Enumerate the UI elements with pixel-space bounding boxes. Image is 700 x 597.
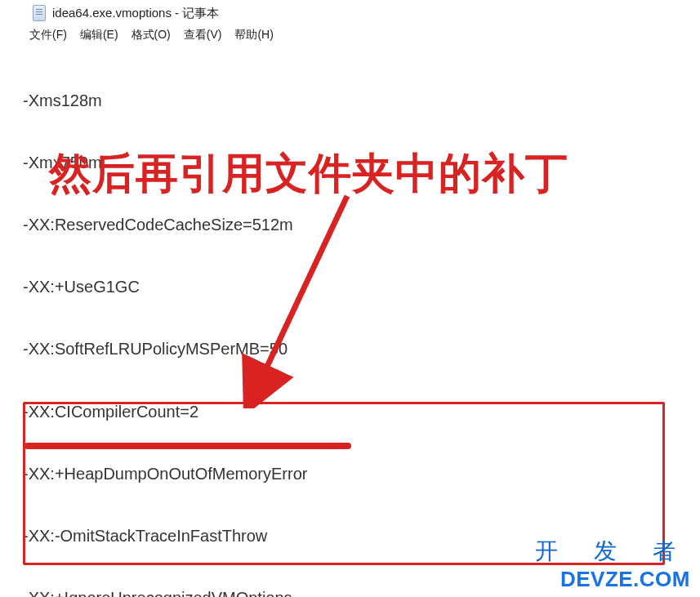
text-line: -XX:SoftRefLRUPolicyMSPerMB=50 [23, 339, 677, 359]
text-line: -XX:ReservedCodeCacheSize=512m [23, 215, 677, 235]
menu-file[interactable]: 文件(F) [25, 26, 72, 44]
highlight-underline [25, 443, 351, 449]
menu-view[interactable]: 查看(V) [179, 26, 227, 44]
text-line: -XX:+IgnoreUnrecognizedVMOptions [23, 588, 677, 597]
menu-bar: 文件(F) 编辑(E) 格式(O) 查看(V) 帮助(H) [0, 25, 700, 47]
text-editor-content[interactable]: -Xms128m -Xmx750m -XX:ReservedCodeCacheS… [0, 47, 700, 597]
document-icon [33, 5, 46, 21]
window-titlebar: idea64.exe.vmoptions - 记事本 [0, 0, 700, 25]
text-line: -Xmx750m [23, 153, 677, 173]
menu-edit[interactable]: 编辑(E) [75, 26, 123, 44]
window-title: idea64.exe.vmoptions - 记事本 [52, 6, 219, 21]
text-line: -XX:CICompilerCount=2 [23, 402, 677, 422]
text-line: -XX:+UseG1GC [23, 277, 677, 297]
menu-format[interactable]: 格式(O) [127, 26, 176, 44]
text-line: -XX:-OmitStackTraceInFastThrow [23, 526, 677, 546]
text-line: -Xms128m [23, 91, 677, 111]
menu-help[interactable]: 帮助(H) [230, 26, 278, 44]
text-line: -XX:+HeapDumpOnOutOfMemoryError [23, 464, 677, 484]
